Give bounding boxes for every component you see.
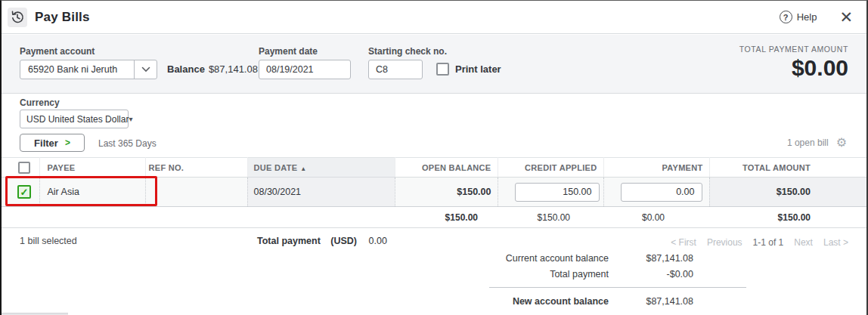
total-payment-value: 0.00: [369, 236, 387, 246]
column-header-ref-no[interactable]: REF NO.: [145, 158, 247, 178]
payment-settings-band: Payment account 65920 Bank ni Jeruth Bal…: [2, 35, 866, 94]
column-header-total-amount[interactable]: TOTAL AMOUNT: [709, 158, 868, 178]
pagination-first[interactable]: < First: [671, 237, 696, 248]
open-balance-cell: $150.00: [395, 178, 498, 207]
summary-total-payment-row: Total payment -$0.00: [489, 267, 746, 282]
currency-select[interactable]: USD United States Dollar ▾: [20, 110, 129, 128]
print-later-checkbox[interactable]: [436, 63, 449, 76]
balance-summary: Current account balance $87,141.08 Total…: [489, 251, 746, 310]
table-row: ✓ Air Asia 08/30/2021 $150.00 $150.00: [2, 178, 868, 207]
current-balance-label: Current account balance: [489, 253, 609, 264]
total-amount-cell: $150.00: [709, 178, 868, 207]
help-label: Help: [797, 11, 817, 23]
total-payment-currency: (USD): [330, 236, 357, 246]
open-bill-count: 1 open bill: [787, 137, 829, 148]
total-payment-amount-value: $0.00: [739, 55, 848, 81]
title-bar: Pay Bills ? Help ✕: [2, 1, 866, 34]
pagination-next[interactable]: Next: [794, 237, 813, 248]
row-checkbox-checked[interactable]: ✓: [17, 185, 31, 199]
payment-account-label: Payment account: [20, 46, 95, 57]
summary-divider: [489, 287, 746, 288]
starting-check-input[interactable]: [368, 60, 423, 79]
payment-date-label: Payment date: [259, 46, 318, 57]
filter-button[interactable]: Filter >: [20, 134, 85, 152]
chevron-down-icon[interactable]: [134, 60, 157, 79]
pagination-last[interactable]: Last >: [823, 237, 848, 248]
balance-label: Balance: [167, 63, 205, 75]
currency-label: Currency: [20, 97, 60, 108]
totals-total-amount: $150.00: [709, 207, 868, 228]
ref-no-cell: [145, 178, 247, 207]
starting-check-label: Starting check no.: [368, 46, 447, 57]
sort-ascending-icon: ▲: [300, 165, 306, 172]
due-date-cell: 08/30/2021: [247, 178, 395, 207]
total-payment-amount-label: TOTAL PAYMENT AMOUNT: [739, 45, 848, 54]
payment-input[interactable]: [621, 183, 702, 202]
totals-credit-applied: $150.00: [498, 207, 603, 228]
payment-account-value: 65920 Bank ni Jeruth: [20, 64, 134, 75]
column-header-due-date[interactable]: DUE DATE▲: [247, 158, 395, 178]
payment-account-select[interactable]: 65920 Bank ni Jeruth: [20, 60, 157, 79]
payment-date-input[interactable]: [259, 60, 351, 79]
credit-applied-cell: [498, 178, 603, 207]
total-payment-line: Total payment (USD) 0.00: [257, 236, 387, 246]
currency-value: USD United States Dollar: [26, 114, 129, 125]
payee-cell: Air Asia: [39, 178, 145, 207]
checkmark-icon: ✓: [20, 187, 29, 198]
pagination-range: 1-1 of 1: [753, 237, 784, 248]
new-balance-value: $87,141.08: [624, 296, 693, 307]
filter-button-label: Filter: [34, 137, 58, 149]
balance-value: $87,141.08: [209, 63, 258, 75]
pagination-previous[interactable]: Previous: [707, 237, 742, 248]
column-header-payee[interactable]: PAYEE: [39, 158, 145, 178]
totals-payment: $0.00: [603, 207, 709, 228]
help-button[interactable]: ? Help: [780, 11, 817, 23]
print-later-label: Print later: [455, 63, 501, 75]
column-header-credit-applied[interactable]: CREDIT APPLIED: [498, 158, 603, 178]
pagination: < First Previous 1-1 of 1 Next Last >: [671, 237, 848, 248]
payment-cell: [603, 178, 709, 207]
pay-bills-window: Pay Bills ? Help ✕ Payment account 65920…: [0, 0, 868, 315]
recent-transactions-icon[interactable]: [8, 8, 27, 27]
filter-chevron-icon: >: [65, 137, 70, 148]
account-balance: Balance$87,141.08: [167, 60, 258, 79]
totals-row: $150.00 $150.00 $0.00 $150.00: [2, 207, 868, 228]
close-icon[interactable]: ✕: [839, 9, 853, 25]
summary-total-payment-value: -$0.00: [624, 269, 693, 279]
column-header-payment[interactable]: PAYMENT: [603, 158, 709, 178]
new-balance-label: New account balance: [489, 296, 609, 307]
table-header-row: PAYEE REF NO. DUE DATE▲ OPEN BALANCE CRE…: [2, 158, 868, 178]
current-balance-row: Current account balance $87,141.08: [489, 251, 746, 266]
bills-table: PAYEE REF NO. DUE DATE▲ OPEN BALANCE CRE…: [2, 157, 868, 228]
select-all-checkbox[interactable]: [18, 162, 30, 174]
page-title: Pay Bills: [35, 10, 90, 25]
total-payment-label: Total payment: [257, 236, 321, 246]
caret-down-icon: ▾: [129, 115, 132, 123]
help-icon: ?: [780, 11, 792, 23]
bills-selected-count: 1 bill selected: [20, 236, 77, 246]
credit-applied-input[interactable]: [515, 183, 600, 202]
column-header-open-balance[interactable]: OPEN BALANCE: [395, 158, 498, 178]
select-all-cell: [2, 158, 39, 178]
gear-icon[interactable]: ⚙: [836, 137, 847, 149]
new-balance-row: New account balance $87,141.08: [489, 294, 746, 309]
row-select-cell: ✓: [2, 178, 39, 207]
totals-open-balance: $150.00: [395, 207, 498, 228]
summary-total-payment-label: Total payment: [489, 269, 609, 279]
current-balance-value: $87,141.08: [624, 253, 693, 264]
filter-range-label: Last 365 Days: [98, 138, 157, 149]
